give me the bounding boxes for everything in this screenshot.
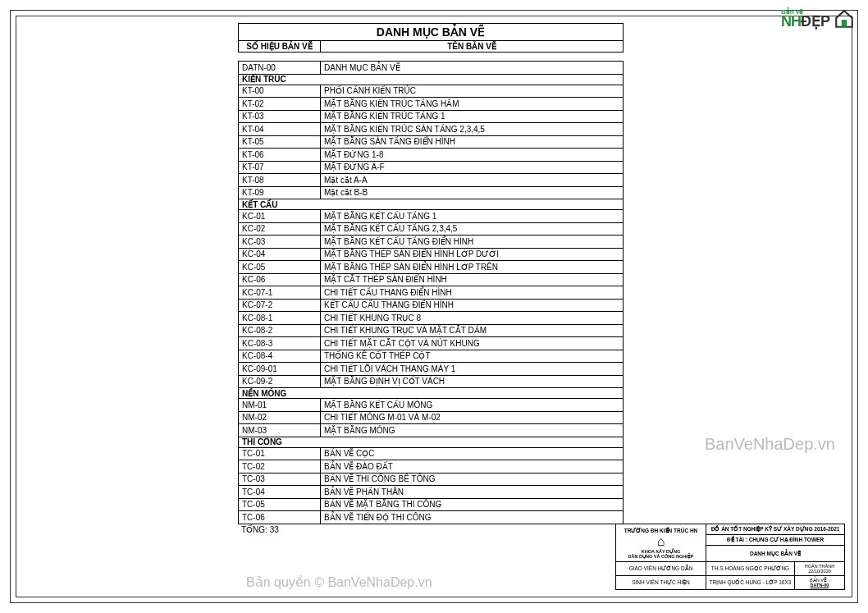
cell-id: KT-00 bbox=[239, 85, 321, 98]
intro-section: DATN-00 DANH MỤC BẢN VẼ KIẾN TRÚCKT-00PH… bbox=[238, 61, 624, 524]
cell-id: KC-06 bbox=[239, 274, 321, 286]
cell-id: TC-04 bbox=[239, 486, 321, 498]
table-row: TC-02BẢN VẼ ĐÀO ĐẤT bbox=[238, 460, 624, 473]
cell-id: KC-03 bbox=[239, 236, 321, 248]
cell-name: MẶT BẰNG KIẾN TRÚC TẦNG 1 bbox=[321, 111, 623, 123]
house-icon bbox=[834, 8, 855, 30]
title-block: TRƯỜNG ĐH KIẾN TRÚC HN ⌂ KHOA XÂY DỰNG D… bbox=[615, 524, 845, 590]
cell-id: KT-03 bbox=[239, 111, 321, 123]
table-row: TC-05BẢN VẼ MẶT BẰNG THI CÔNG bbox=[238, 499, 624, 512]
cell-name: MẶT BẰNG THÉP SÀN ĐIỂN HÌNH LỚP TRÊN bbox=[321, 261, 623, 273]
cell-name: Mặt cắt A-A bbox=[321, 174, 623, 186]
col-header-name: TÊN BẢN VẼ bbox=[321, 41, 623, 52]
cell-name: THỐNG KÊ CỐT THÉP CỘT bbox=[321, 350, 623, 363]
cell-name: BẢN VẼ ĐÀO ĐẤT bbox=[321, 460, 623, 473]
cell-id: KT-08 bbox=[239, 174, 321, 186]
table-row: KC-09-01CHI TIẾT LÕI VÁCH THANG MÁY 1 bbox=[238, 363, 624, 376]
table-row: NM-02CHI TIẾT MÓNG M-01 VÀ M-02 bbox=[238, 412, 624, 425]
group-header: THI CÔNG bbox=[238, 437, 624, 448]
table-row: KT-07MẶT ĐỨNG A-F bbox=[238, 162, 624, 175]
cell-name: BẢN VẼ MẶT BẰNG THI CÔNG bbox=[321, 499, 623, 511]
cell-name: MẶT BẰNG THÉP SÀN ĐIỂN HÌNH LỚP DƯỚI bbox=[321, 249, 623, 261]
cell-name: MẶT BẰNG ĐỊNH VỊ CỐT VÁCH bbox=[321, 376, 623, 388]
table-title: DANH MỤC BẢN VẼ bbox=[238, 23, 624, 41]
logo-nh: NH bbox=[781, 13, 801, 30]
table-row: NM-01MẶT BẰNG KẾT CẤU MÓNG bbox=[238, 399, 624, 412]
table-row: KC-07-2KẾT CẤU CẦU THANG ĐIỂN HÌNH bbox=[238, 300, 624, 313]
cell-id: KC-08-1 bbox=[239, 312, 321, 324]
cell-id: KC-05 bbox=[239, 261, 321, 273]
table-row: KC-04MẶT BẰNG THÉP SÀN ĐIỂN HÌNH LỚP DƯỚ… bbox=[238, 249, 624, 262]
cell-id: KC-08-2 bbox=[239, 325, 321, 337]
cell-name: MẶT BẰNG MÓNG bbox=[321, 424, 623, 437]
cell-id: KT-02 bbox=[239, 98, 321, 110]
cell-id: NM-03 bbox=[239, 424, 321, 437]
tb-dept2: DÂN DỤNG VÀ CÔNG NGHIỆP bbox=[628, 554, 694, 559]
cell-id: NM-01 bbox=[239, 399, 321, 411]
table-row: KC-08-1CHI TIẾT KHUNG TRỤC 8 bbox=[238, 312, 624, 325]
table-row: KC-08-3CHI TIẾT MẶT CẮT CỘT VÀ NÚT KHUNG bbox=[238, 337, 624, 350]
cell-name: Mặt cắt B-B bbox=[321, 187, 623, 199]
svg-rect-0 bbox=[842, 20, 847, 27]
table-row: DATN-00 DANH MỤC BẢN VẼ bbox=[238, 61, 624, 75]
cell-name: MẶT BẰNG KẾT CẤU TẦNG ĐIỂN HÌNH bbox=[321, 236, 623, 248]
drawing-inner-frame: DANH MỤC BẢN VẼ SỐ HIỆU BẢN VẼ TÊN BẢN V… bbox=[16, 16, 852, 597]
cell-name: CHI TIẾT KHUNG TRỤC 8 bbox=[321, 312, 623, 324]
cell-name: BẢN VẼ CỌC bbox=[321, 448, 623, 460]
table-row: KC-05MẶT BẰNG THÉP SÀN ĐIỂN HÌNH LỚP TRÊ… bbox=[238, 261, 624, 274]
table-row: KT-09Mặt cắt B-B bbox=[238, 187, 624, 200]
logo-dep: ĐẸP bbox=[801, 13, 830, 30]
table-row: KT-02MẶT BẰNG KIẾN TRÚC TẦNG HẦM bbox=[238, 98, 624, 111]
cell-name: MẶT BẰNG KẾT CẤU TẦNG 2,3,4,5 bbox=[321, 223, 623, 236]
cell-name: BẢN VẼ TIẾN ĐỘ THI CÔNG bbox=[321, 511, 623, 524]
table-row: KC-06MẶT CẮT THÉP SÀN ĐIỂN HÌNH bbox=[238, 274, 624, 287]
cell-name: MẶT BẰNG KIẾN TRÚC SÀN TẦNG 2,3,4,5 bbox=[321, 123, 623, 135]
cell-id: TC-01 bbox=[239, 448, 321, 460]
group-header: KẾT CẤU bbox=[238, 199, 624, 210]
cell-name: CHI TIẾT KHUNG TRỤC VÀ MẶT CẮT DẦM bbox=[321, 325, 623, 337]
table-row: KC-08-2CHI TIẾT KHUNG TRỤC VÀ MẶT CẮT DẦ… bbox=[238, 325, 624, 338]
table-row: KC-07-1CHI TIẾT CẦU THANG ĐIỂN HÌNH bbox=[238, 286, 624, 300]
cell-name: DANH MỤC BẢN VẼ bbox=[321, 62, 623, 74]
table-row: KT-05MẶT BẰNG SÀN TẦNG ĐIỂN HÌNH bbox=[238, 136, 624, 149]
cell-name: CHI TIẾT CẦU THANG ĐIỂN HÌNH bbox=[321, 286, 623, 299]
table-row: KT-03MẶT BẰNG KIẾN TRÚC TẦNG 1 bbox=[238, 111, 624, 124]
cell-name: BẢN VẼ THI CÔNG BÊ TÔNG bbox=[321, 473, 623, 486]
cell-id: KC-09-2 bbox=[239, 376, 321, 388]
table-row: KT-06MẶT ĐỨNG 1-8 bbox=[238, 149, 624, 162]
cell-id: NM-02 bbox=[239, 412, 321, 424]
tb-school: TRƯỜNG ĐH KIẾN TRÚC HN bbox=[624, 528, 698, 534]
table-row: TC-03BẢN VẼ THI CÔNG BÊ TÔNG bbox=[238, 473, 624, 487]
cell-id: KT-06 bbox=[239, 149, 321, 161]
table-row: TC-01BẢN VẼ CỌC bbox=[238, 448, 624, 461]
cell-id: KC-09-01 bbox=[239, 363, 321, 375]
tb-topic: ĐỀ TÀI : CHUNG CƯ HẠ ĐÌNH TOWER bbox=[706, 535, 844, 546]
tb-date: HOÀN THÀNH 22/10/2020 bbox=[795, 562, 844, 575]
tb-sheet-no: DATN-00 bbox=[811, 583, 829, 588]
tb-project: ĐỒ ÁN TỐT NGHIỆP KỸ SƯ XÂY DỰNG 2016-202… bbox=[706, 524, 844, 535]
col-header-id: SỐ HIỆU BẢN VẼ bbox=[239, 41, 321, 52]
table-row: NM-03MẶT BẰNG MÓNG bbox=[238, 424, 624, 437]
cell-id: KC-02 bbox=[239, 223, 321, 236]
table-row: KT-00PHỐI CẢNH KIẾN TRÚC bbox=[238, 85, 624, 98]
tb-sheet-title: DANH MỤC BẢN VẼ bbox=[706, 546, 844, 561]
cell-id: KC-08-3 bbox=[239, 337, 321, 350]
cell-name: MẶT BẰNG KẾT CẤU TẦNG 1 bbox=[321, 210, 623, 222]
cell-name: KẾT CẤU CẦU THANG ĐIỂN HÌNH bbox=[321, 300, 623, 312]
table-row: KC-03MẶT BẰNG KẾT CẤU TẦNG ĐIỂN HÌNH bbox=[238, 236, 624, 249]
tb-gvhd-value: TH.S HOÀNG NGỌC PHƯƠNG bbox=[706, 562, 795, 575]
cell-name: MẶT ĐỨNG A-F bbox=[321, 162, 623, 174]
cell-name: PHỐI CẢNH KIẾN TRÚC bbox=[321, 85, 623, 98]
cell-id: DATN-00 bbox=[239, 62, 321, 74]
cell-id: TC-05 bbox=[239, 499, 321, 511]
cell-id: KT-04 bbox=[239, 123, 321, 135]
site-logo: Bản vẽ NHĐẸP bbox=[781, 8, 855, 30]
cell-name: MẶT ĐỨNG 1-8 bbox=[321, 149, 623, 161]
tb-gvhd-label: GIÁO VIÊN HƯỚNG DẪN bbox=[616, 562, 706, 575]
cell-id: KT-05 bbox=[239, 136, 321, 149]
cell-name: MẶT BẰNG KẾT CẤU MÓNG bbox=[321, 399, 623, 411]
cell-name: CHI TIẾT MÓNG M-01 VÀ M-02 bbox=[321, 412, 623, 424]
group-header: KIẾN TRÚC bbox=[238, 75, 624, 85]
tb-svth-label: SINH VIÊN THỰC HIỆN bbox=[616, 576, 706, 589]
cell-id: TC-02 bbox=[239, 460, 321, 473]
